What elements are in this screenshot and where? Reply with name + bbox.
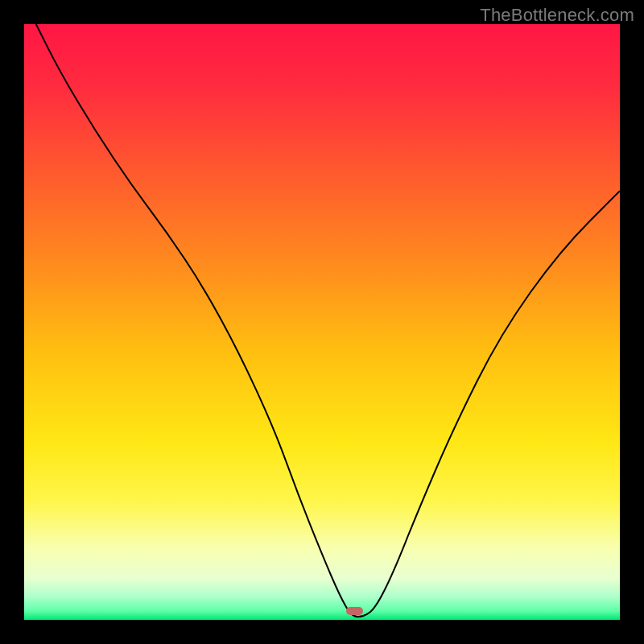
watermark-text: TheBottleneck.com bbox=[480, 5, 634, 26]
chart-frame bbox=[24, 24, 620, 620]
bottleneck-curve bbox=[24, 24, 620, 620]
optimal-point-marker bbox=[346, 607, 363, 615]
